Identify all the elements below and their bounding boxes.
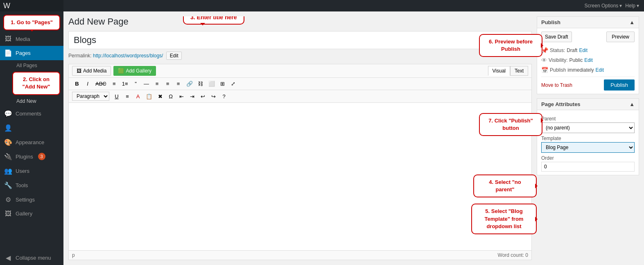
add-gallery-button[interactable]: 🟩 Add Gallery: [113, 66, 156, 76]
publish-button[interactable]: Publish: [604, 79, 635, 91]
editor-toolbar-top: 🖼 Add Media 🟩 Add Gallery Visual Text: [69, 64, 531, 78]
sidebar-collapse-menu[interactable]: ◀ Collapse menu: [0, 251, 63, 265]
clear-format-button[interactable]: ✖: [155, 92, 165, 101]
identity-icon: 👤: [4, 124, 12, 132]
visibility-edit-link[interactable]: Edit: [584, 57, 593, 63]
sidebar-add-new[interactable]: Add New: [12, 97, 63, 106]
publish-box-header[interactable]: Publish ▲: [537, 17, 639, 28]
sidebar-item-label: Appearance: [16, 139, 44, 145]
ul-button[interactable]: ≡: [109, 79, 119, 88]
bold-button[interactable]: B: [72, 79, 82, 88]
title-row: 3. Enter title here: [68, 31, 532, 52]
undo-button[interactable]: ↩: [198, 92, 208, 101]
special-char-button[interactable]: Ω: [166, 92, 176, 101]
font-color-button[interactable]: A: [133, 92, 143, 101]
paragraph-select[interactable]: Paragraph: [72, 92, 109, 101]
ol-button[interactable]: 1≡: [120, 79, 130, 88]
topbar: Screen Options ▾ Help ▾: [63, 0, 644, 11]
gallery-icon: 🖼: [4, 210, 12, 217]
page-title-input[interactable]: [68, 31, 532, 49]
screen-options-chevron-icon: ▾: [619, 3, 622, 9]
sidebar-item-settings[interactable]: ⚙ Settings: [0, 193, 63, 207]
strikethrough-button[interactable]: ABC: [93, 79, 108, 88]
publish-time-edit-link[interactable]: Edit: [595, 67, 604, 73]
insert-readmore-button[interactable]: ⬜: [206, 79, 217, 88]
permalink-edit-button[interactable]: Edit: [166, 52, 182, 60]
permalink-link[interactable]: http://localhost/wordpress/blogs/: [93, 53, 163, 59]
publish-time-value: immediately: [567, 67, 594, 73]
save-draft-button[interactable]: Save Draft: [541, 32, 572, 42]
sidebar-item-gallery[interactable]: 🖼 Gallery: [0, 207, 63, 221]
users-icon: 👥: [4, 167, 12, 175]
redo-button[interactable]: ↪: [208, 92, 218, 101]
status-label: Status:: [550, 48, 565, 53]
sidebar-item-label: Media: [16, 36, 30, 42]
preview-button[interactable]: Preview: [606, 32, 635, 42]
status-edit-link[interactable]: Edit: [579, 48, 588, 53]
add-media-label: Add Media: [83, 68, 106, 74]
sidebar-item-label: Plugins: [16, 154, 33, 160]
publish-box: Publish ▲ Save Draft Preview 📌 Status: D…: [537, 16, 639, 94]
sidebar-item-appearance[interactable]: 🎨 Appearance: [0, 135, 63, 149]
sidebar-item-plugins[interactable]: 🔌 Plugins 3: [0, 149, 63, 164]
justify-button[interactable]: ≡: [122, 92, 132, 101]
indent-button[interactable]: ⇥: [187, 92, 197, 101]
status-icon: 📌: [541, 47, 548, 54]
move-to-trash-link[interactable]: Move to Trash: [541, 82, 572, 88]
page-attributes-header[interactable]: Page Attributes ▲: [537, 99, 639, 110]
sidebar-item-tools[interactable]: 🔧 Tools: [0, 178, 63, 193]
align-center-button[interactable]: ≡: [163, 79, 173, 88]
hr-button[interactable]: —: [142, 79, 151, 88]
align-left-button[interactable]: ≡: [152, 79, 162, 88]
calendar-icon: 📅: [541, 67, 548, 73]
sidebar-item-pages[interactable]: 📄 Pages: [0, 46, 63, 60]
plugins-icon: 🔌: [4, 153, 12, 161]
content-area: Add New Page 3. Enter title here Permali…: [63, 11, 644, 265]
page-title-heading: Add New Page: [68, 16, 532, 27]
editor-path: p: [72, 252, 75, 258]
fullscreen-button[interactable]: ⤢: [228, 79, 238, 88]
paste-text-button[interactable]: 📋: [144, 92, 154, 101]
appearance-icon: 🎨: [4, 138, 12, 146]
sidebar-all-pages[interactable]: All Pages: [12, 61, 63, 70]
callout-2-text: 2. Click on "Add New": [23, 76, 50, 90]
editor-body[interactable]: [69, 103, 531, 250]
unlink-button[interactable]: ⛓: [196, 79, 206, 88]
visual-text-tabs: Visual Text: [488, 66, 528, 76]
sidebar-item-identity[interactable]: 👤: [0, 121, 63, 135]
sidebar-item-label: Collapse menu: [16, 255, 51, 261]
parent-select[interactable]: (no parent): [541, 122, 635, 133]
editor-box: 🖼 Add Media 🟩 Add Gallery Visual Text: [68, 64, 532, 260]
sidebar-item-media[interactable]: 🖼 Media: [0, 32, 63, 46]
help-button[interactable]: Help ▾: [625, 3, 639, 9]
order-input[interactable]: [541, 162, 635, 172]
comments-icon: 💬: [4, 110, 12, 118]
text-tab[interactable]: Text: [510, 66, 528, 76]
visibility-value: Public: [569, 57, 583, 63]
add-media-button[interactable]: 🖼 Add Media: [72, 66, 111, 76]
link-button[interactable]: 🔗: [184, 79, 195, 88]
sidebar-item-label: Users: [16, 168, 29, 174]
page-attributes-title: Page Attributes: [541, 101, 581, 107]
italic-button[interactable]: I: [83, 79, 93, 88]
status-row: 📌 Status: Draft Edit: [541, 45, 635, 55]
help-label: Help: [625, 3, 635, 9]
publish-footer: Move to Trash Publish: [541, 77, 635, 91]
help-editor-button[interactable]: ?: [219, 92, 229, 101]
editor-panel: Add New Page 3. Enter title here Permali…: [68, 16, 532, 260]
screen-options-button[interactable]: Screen Options ▾: [585, 3, 622, 9]
order-label: Order: [541, 155, 635, 161]
sidebar-item-users[interactable]: 👥 Users: [0, 164, 63, 178]
media-icon: 🖼: [4, 35, 12, 43]
underline-button[interactable]: U: [112, 92, 122, 101]
tools-icon: 🔧: [4, 181, 12, 189]
align-right-button[interactable]: ≡: [174, 79, 183, 88]
visual-tab[interactable]: Visual: [488, 66, 510, 76]
visibility-row: 👁 Visibility: Public Edit: [541, 55, 635, 65]
toolbar-toggle-button[interactable]: ⊞: [218, 79, 228, 88]
template-select[interactable]: Blog Page: [541, 142, 635, 153]
blockquote-button[interactable]: ": [131, 79, 141, 88]
sidebar-item-comments[interactable]: 💬 Comments: [0, 106, 63, 121]
main-content: Screen Options ▾ Help ▾ Add New Page 3. …: [63, 0, 644, 265]
outdent-button[interactable]: ⇤: [176, 92, 186, 101]
